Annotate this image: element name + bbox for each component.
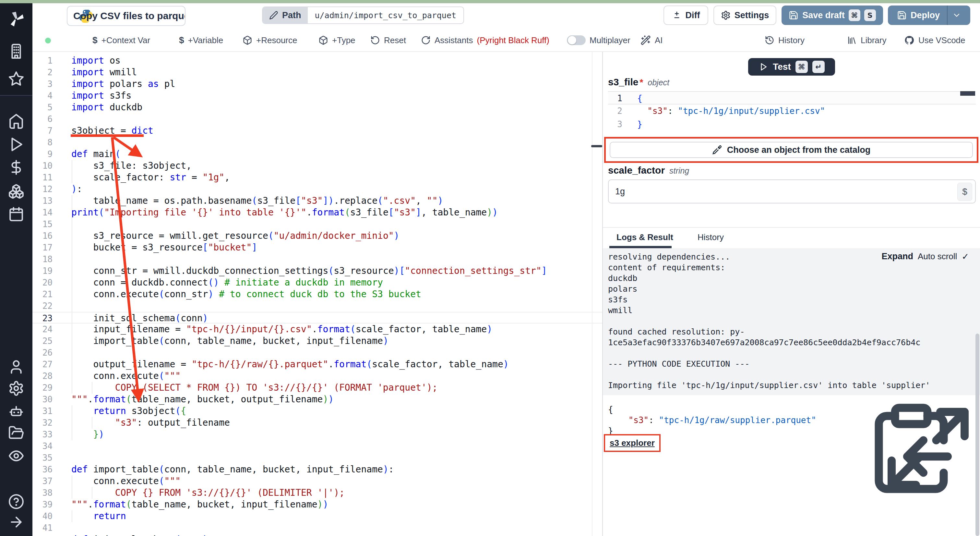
tab-logs-result[interactable]: Logs & Result <box>616 232 673 246</box>
multiplayer-label: Multiplayer <box>590 35 630 45</box>
sidebar-item-boxes-icon[interactable] <box>8 183 24 199</box>
sidebar-item-star-icon[interactable] <box>8 71 24 87</box>
code-line-32: 32 "s3": output_filename <box>32 417 602 429</box>
log-line: found cached resolution: py- <box>603 326 980 337</box>
deploy-divider <box>947 5 948 25</box>
scale-factor-input[interactable]: 1g $ <box>608 179 976 203</box>
code-line-31: 31 return s3object({ <box>32 405 602 417</box>
json-editor-scrollbar[interactable] <box>960 91 975 96</box>
log-line: s3fs <box>603 294 980 305</box>
add-context-var-button[interactable]: $+Context Var <box>92 29 150 51</box>
library-icon <box>847 35 857 45</box>
code-line-25: 25 import_table(conn, table_name, bucket… <box>32 335 602 347</box>
path-value: u/admin/import_csv_to_parquet <box>308 7 464 23</box>
s3-explorer-link[interactable]: s3 explorer <box>610 438 655 448</box>
code-editor[interactable]: 1import os2import wmill3import polars as… <box>32 52 602 536</box>
reset-button[interactable]: Reset <box>370 29 406 51</box>
check-icon: ✓ <box>961 252 969 262</box>
test-button[interactable]: Test ⌘ ↵ <box>748 58 835 76</box>
code-line-14: 14print("Importing file '{}' into table … <box>32 207 602 219</box>
status-dot <box>45 38 51 43</box>
diff-icon <box>672 10 682 20</box>
code-line-11: 11 scale_factor: str = "1g", <box>32 172 602 183</box>
sidebar-item-dollar-icon[interactable] <box>8 159 24 175</box>
deploy-button[interactable]: Deploy <box>888 5 970 25</box>
json-line-1: 1{ <box>608 91 976 104</box>
deploy-save-icon <box>897 10 907 20</box>
github-icon <box>904 35 915 45</box>
code-line-42: 42def init_sql_schema(conn): <box>32 534 602 536</box>
code-line-9: 9def main( <box>32 148 602 160</box>
diff-button[interactable]: Diff <box>663 5 708 25</box>
code-line-12: 12): <box>32 183 602 195</box>
test-button-label: Test <box>773 62 791 72</box>
sidebar-item-user-icon[interactable] <box>8 359 24 375</box>
json-line-2: 2 "s3": "tpc-h/1g/input/supplier.csv" <box>608 104 976 118</box>
sidebar-item-building-icon[interactable] <box>8 43 24 59</box>
code-line-15: 15 <box>32 219 602 230</box>
chevron-down-icon[interactable] <box>952 11 961 20</box>
use-vscode-button[interactable]: Use VScode <box>904 29 966 51</box>
logs-pane[interactable]: resolving dependencies...content of requ… <box>603 248 980 395</box>
sidebar-item-gear-icon[interactable] <box>8 380 24 397</box>
s-key-badge: S <box>864 10 876 21</box>
code-line-13: 13 table_name = os.path.basename(s3_file… <box>32 195 602 207</box>
sidebar-item-folder-icon[interactable] <box>8 425 24 441</box>
windmill-logo-icon[interactable] <box>7 10 25 30</box>
refresh-ccw-icon <box>370 35 380 45</box>
log-line <box>603 348 980 359</box>
header-bar: Copy CSV files to parque Path u/admin/im… <box>32 3 980 29</box>
code-line-3: 3import polars as pl <box>32 78 602 90</box>
assistants-button[interactable]: Assistants (Pyright Black Ruff) <box>421 29 549 51</box>
pipette-icon <box>712 145 722 155</box>
expand-result-icon[interactable] <box>880 400 977 497</box>
code-line-7: 7s3object = dict <box>32 125 602 137</box>
add-variable-button[interactable]: $+Variable <box>179 29 223 51</box>
choose-object-highlight-frame: Choose an object from the catalog <box>604 137 978 163</box>
assistants-status: (Pyright Black Ruff) <box>477 35 549 45</box>
code-line-30: 30""".format(table_name, bucket, output_… <box>32 394 602 405</box>
sidebar-item-robot-icon[interactable] <box>8 403 24 420</box>
autoscroll-label[interactable]: Auto scroll <box>918 252 957 262</box>
code-line-20: 20 conn = duckdb.connect() # initiate a … <box>32 277 602 289</box>
section-divider <box>603 227 980 228</box>
expand-logs-button[interactable]: Expand <box>881 252 913 262</box>
path-label-segment: Path <box>262 7 308 23</box>
history-button[interactable]: History <box>765 29 805 51</box>
package-icon <box>243 35 252 45</box>
add-resource-button[interactable]: +Resource <box>243 29 297 51</box>
right-panel-scrollbar[interactable] <box>975 333 979 536</box>
sidebar-item-home-icon[interactable] <box>8 113 24 129</box>
s3-file-json-editor[interactable]: 1{2 "s3": "tpc-h/1g/input/supplier.csv"3… <box>608 91 976 135</box>
windmill-script-editor: Copy CSV files to parque Path u/admin/im… <box>0 0 980 536</box>
tab-history[interactable]: History <box>698 232 724 246</box>
code-line-17: 17 bucket = s3_resource["bucket"] <box>32 242 602 254</box>
script-title-input[interactable]: Copy CSV files to parque <box>67 6 186 26</box>
code-line-18: 18 <box>32 254 602 265</box>
save-draft-button[interactable]: Save draft ⌘ S <box>781 5 883 25</box>
ai-button[interactable]: AI <box>641 29 663 51</box>
save-icon <box>789 10 799 20</box>
sidebar-item-eye-icon[interactable] <box>8 448 24 464</box>
library-button[interactable]: Library <box>847 29 886 51</box>
choose-object-button[interactable]: Choose an object from the catalog <box>610 142 973 158</box>
sidebar-item-play-icon[interactable] <box>8 136 24 153</box>
sidebar-item-arrow-right-icon[interactable] <box>8 514 24 530</box>
sidebar-item-help-icon[interactable] <box>8 493 24 510</box>
top-green-strip <box>0 0 980 3</box>
code-line-8: 8 <box>32 137 602 148</box>
sidebar-item-calendar-icon[interactable] <box>8 206 24 223</box>
path-chip[interactable]: Path u/admin/import_csv_to_parquet <box>262 6 464 24</box>
code-line-33: 33 }) <box>32 429 602 440</box>
variable-picker-chip[interactable]: $ <box>957 183 972 201</box>
gear-icon <box>721 10 730 20</box>
log-controls: Expand Auto scroll ✓ <box>881 252 969 262</box>
scale-factor-arg-label: scale_factor string <box>608 165 689 176</box>
multiplayer-toggle[interactable] <box>567 35 585 45</box>
settings-button[interactable]: Settings <box>713 5 776 25</box>
panel-splitter-handle[interactable] <box>591 145 602 147</box>
history-icon <box>765 35 775 45</box>
add-type-button[interactable]: +Type <box>318 29 355 51</box>
enter-key-badge: ↵ <box>812 61 825 73</box>
log-line: --- PYTHON CODE EXECUTION --- <box>603 359 980 369</box>
